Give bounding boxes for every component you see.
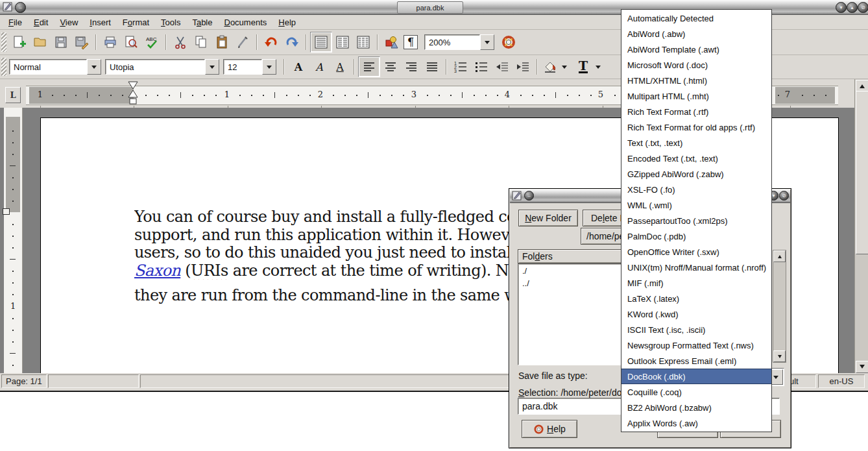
menu-help[interactable]: Help <box>272 16 302 29</box>
insert-image-button[interactable] <box>381 32 402 52</box>
menu-view[interactable]: View <box>54 16 84 29</box>
format-painter-button[interactable] <box>232 32 253 52</box>
file-type-option[interactable]: MIF (.mif) <box>621 275 771 291</box>
paste-button[interactable] <box>211 32 232 52</box>
indent-markers[interactable] <box>127 81 139 110</box>
print-button[interactable] <box>100 32 121 52</box>
font-color-dropdown[interactable] <box>593 57 603 77</box>
highlight-color-dropdown[interactable] <box>559 57 570 77</box>
menu-documents[interactable]: Documents <box>219 16 273 29</box>
font-combo[interactable]: Utopia <box>105 59 219 75</box>
undo-button[interactable] <box>261 32 282 52</box>
style-dropdown-button[interactable] <box>87 59 101 75</box>
file-type-option[interactable]: AbiWord (.abw) <box>621 26 771 42</box>
file-type-option[interactable]: Text (.txt, .text) <box>621 135 771 151</box>
files-list-scrollbar[interactable] <box>773 250 786 363</box>
menu-file[interactable]: File <box>3 16 28 29</box>
file-type-option[interactable]: Newsgroup Formatted Text (.nws) <box>621 337 771 353</box>
align-justify-button[interactable] <box>422 57 442 77</box>
file-type-option[interactable]: ISCII Text (.isc, .iscii) <box>621 322 771 337</box>
file-type-dropdown-menu[interactable]: Automatically DetectedAbiWord (.abw)AbiW… <box>621 9 772 432</box>
file-type-option[interactable]: HTML/XHTML (.html) <box>621 73 771 88</box>
file-type-option[interactable]: Automatically Detected <box>621 10 771 26</box>
bold-button[interactable]: A <box>288 57 309 77</box>
two-columns-button[interactable] <box>332 32 353 52</box>
three-columns-button[interactable] <box>353 32 374 52</box>
file-type-option[interactable]: AbiWord Template (.awt) <box>621 42 771 57</box>
file-type-option[interactable]: Encoded Text (.txt, .text) <box>621 151 771 166</box>
file-type-option[interactable]: PalmDoc (.pdb) <box>621 228 771 244</box>
window-menu-button[interactable]: – <box>15 2 26 13</box>
file-type-option[interactable]: Outlook Express Email (.eml) <box>621 353 771 369</box>
font-size-dropdown-button[interactable] <box>262 59 276 75</box>
minimize-button[interactable]: ▾ <box>836 2 847 13</box>
copy-button[interactable] <box>191 32 211 52</box>
font-size-value[interactable]: 12 <box>223 59 262 75</box>
file-type-option[interactable]: KWord (.kwd) <box>621 306 771 322</box>
highlight-color-button[interactable] <box>541 57 559 77</box>
hyperlink[interactable]: Saxon <box>134 262 180 280</box>
menu-insert[interactable]: Insert <box>84 16 117 29</box>
font-size-combo[interactable]: 12 <box>223 59 276 75</box>
style-value[interactable]: Normal <box>9 59 87 75</box>
font-color-button[interactable]: T <box>573 57 593 77</box>
new-folder-button[interactable]: New Folder <box>518 210 578 226</box>
zoom-combo[interactable]: 200% <box>424 34 494 50</box>
numbered-list-button[interactable]: 123 <box>450 57 471 77</box>
align-center-button[interactable] <box>380 57 401 77</box>
file-type-option[interactable]: Rich Text Format (.rtf) <box>621 104 771 119</box>
open-button[interactable] <box>30 32 51 52</box>
menu-edit[interactable]: Edit <box>28 16 54 29</box>
help-button[interactable] <box>498 32 519 52</box>
file-type-option[interactable]: UNIX(tm) Nroff/Manual format (.nroff) <box>621 260 771 275</box>
decrease-indent-button[interactable] <box>492 57 512 77</box>
menu-table[interactable]: Table <box>186 16 218 29</box>
language-indicator[interactable]: en-US <box>818 374 865 388</box>
redo-button[interactable] <box>282 32 302 52</box>
zoom-dropdown-button[interactable] <box>480 34 494 50</box>
file-type-option[interactable]: PassepartoutToo (.xml2ps) <box>621 213 771 228</box>
file-type-option[interactable]: Microsoft Word (.doc) <box>621 57 771 73</box>
increase-indent-button[interactable] <box>512 57 533 77</box>
print-preview-button[interactable] <box>121 32 141 52</box>
one-column-button[interactable] <box>310 32 332 53</box>
file-type-option[interactable]: DocBook (.dbk) <box>621 369 771 384</box>
file-type-option[interactable]: Applix Words (.aw) <box>621 415 771 431</box>
underline-button[interactable]: A <box>330 57 350 77</box>
help-button[interactable]: Help <box>522 420 577 438</box>
font-dropdown-button[interactable] <box>205 59 219 75</box>
maximize-button[interactable]: ▴ <box>847 2 858 13</box>
font-value[interactable]: Utopia <box>105 59 205 75</box>
italic-button[interactable]: A <box>309 57 330 77</box>
window-menu-button[interactable]: – <box>524 191 534 201</box>
spell-check-button[interactable]: ABC <box>141 32 162 52</box>
align-right-button[interactable] <box>401 57 422 77</box>
scroll-down-button[interactable] <box>773 350 786 362</box>
save-button[interactable] <box>51 32 71 52</box>
file-type-option[interactable]: Rich Text Format for old apps (.rtf) <box>621 119 771 135</box>
menu-format[interactable]: Format <box>117 16 155 29</box>
close-button[interactable]: ⊘ <box>858 2 868 13</box>
file-type-option[interactable]: WML (.wml) <box>621 197 771 213</box>
file-type-option[interactable]: GZipped AbiWord (.zabw) <box>621 166 771 182</box>
cut-button[interactable] <box>170 32 191 52</box>
file-type-option[interactable]: OpenOffice Writer (.sxw) <box>621 244 771 260</box>
scroll-down-button[interactable] <box>856 361 868 373</box>
vertical-ruler[interactable]: 1 <box>4 108 23 373</box>
margin-marker[interactable] <box>3 208 10 215</box>
file-type-option[interactable]: BZ2 AbiWord (.bzabw) <box>621 400 771 415</box>
file-type-option[interactable]: Coquille (.coq) <box>621 384 771 400</box>
file-type-option[interactable]: XSL-FO (.fo) <box>621 182 771 197</box>
new-document-button[interactable] <box>9 32 30 52</box>
show-formatting-marks-button[interactable]: ¶ <box>402 32 419 52</box>
align-left-button[interactable] <box>358 56 380 77</box>
vertical-scrollbar[interactable] <box>854 79 868 373</box>
save-as-button[interactable] <box>71 32 92 52</box>
style-combo[interactable]: Normal <box>9 59 101 75</box>
zoom-value[interactable]: 200% <box>424 34 480 50</box>
scroll-up-button[interactable] <box>773 250 786 262</box>
file-type-option[interactable]: LaTeX (.latex) <box>621 291 771 306</box>
scrollbar-thumb[interactable] <box>856 91 868 254</box>
menu-tools[interactable]: Tools <box>155 16 186 29</box>
bulleted-list-button[interactable] <box>471 57 492 77</box>
